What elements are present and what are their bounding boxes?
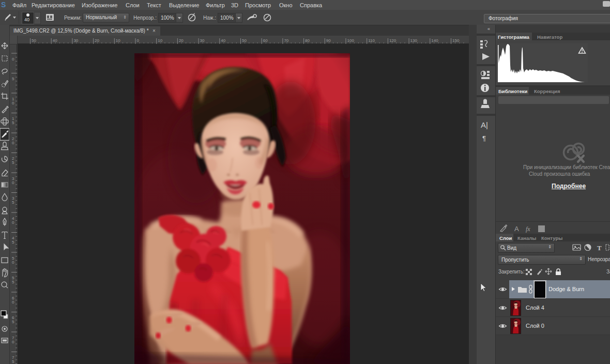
svg-text:40: 40 (53, 38, 57, 43)
svg-text:5: 5 (12, 240, 14, 245)
svg-text:5: 5 (12, 200, 14, 205)
svg-text:5: 5 (12, 280, 14, 284)
svg-text:90: 90 (326, 38, 331, 43)
svg-text:¶: ¶ (482, 134, 486, 142)
svg-text:30: 30 (73, 38, 78, 43)
svg-text:120: 120 (389, 38, 396, 43)
svg-text:10: 10 (158, 38, 162, 43)
svg-text:130: 130 (410, 38, 418, 43)
svg-text:5: 5 (12, 320, 14, 324)
svg-text:100: 100 (347, 38, 355, 43)
svg-text:«: « (487, 26, 490, 32)
svg-text:5: 5 (12, 77, 14, 81)
svg-text:A|: A| (481, 120, 488, 129)
svg-text:80: 80 (305, 38, 310, 43)
svg-text:0: 0 (12, 300, 14, 305)
svg-text:140: 140 (431, 38, 438, 43)
svg-text:0: 0 (12, 180, 14, 185)
svg-text:70: 70 (284, 38, 288, 43)
svg-text:0: 0 (12, 220, 14, 225)
svg-text:50: 50 (242, 38, 247, 43)
svg-text:20: 20 (179, 38, 184, 43)
svg-text:20: 20 (95, 38, 99, 43)
svg-text:5: 5 (12, 160, 14, 165)
svg-text:fx: fx (526, 225, 530, 233)
svg-text:0: 0 (12, 57, 14, 62)
svg-text:30: 30 (200, 38, 205, 43)
svg-text:0: 0 (137, 38, 140, 43)
svg-text:0: 0 (12, 101, 14, 105)
svg-text:110: 110 (368, 38, 375, 43)
svg-text:0: 0 (12, 260, 14, 265)
svg-text:150: 150 (452, 38, 460, 43)
svg-text:50: 50 (32, 38, 36, 43)
svg-text:0: 0 (12, 340, 14, 344)
svg-text:T: T (597, 244, 602, 252)
svg-text:60: 60 (263, 38, 268, 43)
svg-text:0: 0 (12, 141, 14, 145)
svg-text:40: 40 (221, 38, 225, 43)
svg-text:5: 5 (12, 120, 14, 125)
svg-text:10: 10 (116, 38, 120, 43)
svg-text:A: A (514, 225, 519, 233)
svg-text:5: 5 (12, 359, 14, 364)
